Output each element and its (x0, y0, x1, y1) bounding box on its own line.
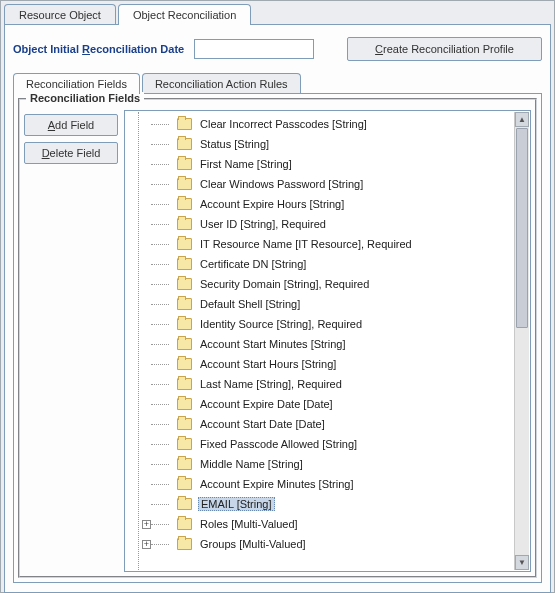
inner-tab-content: Reconciliation Fields Add Field Delete F… (13, 93, 542, 583)
tree-item-label[interactable]: Status [String] (200, 138, 269, 150)
scroll-thumb[interactable] (516, 128, 528, 328)
tree-row[interactable]: +Account Expire Minutes [String] (154, 474, 513, 494)
folder-icon (177, 138, 192, 150)
tree-item-label[interactable]: Account Expire Minutes [String] (200, 478, 353, 490)
tree-item-label[interactable]: IT Resource Name [IT Resource], Required (200, 238, 412, 250)
tree-row[interactable]: +IT Resource Name [IT Resource], Require… (154, 234, 513, 254)
folder-icon (177, 358, 192, 370)
folder-icon (177, 258, 192, 270)
create-reconciliation-profile-button[interactable]: Create Reconciliation Profile (347, 37, 542, 61)
tree-item-label[interactable]: Security Domain [String], Required (200, 278, 369, 290)
tab-object-reconciliation[interactable]: Object Reconciliation (118, 4, 251, 25)
tree-row[interactable]: +Security Domain [String], Required (154, 274, 513, 294)
tree-connector (151, 404, 169, 405)
date-label-post: econciliation Date (90, 43, 184, 55)
tree-item-label[interactable]: Account Start Hours [String] (200, 358, 336, 370)
tree-connector (151, 344, 169, 345)
tree-connector (151, 424, 169, 425)
tree-row[interactable]: +Last Name [String], Required (154, 374, 513, 394)
folder-icon (177, 318, 192, 330)
tree-connector (151, 524, 169, 525)
object-reconciliation-window: Resource Object Object Reconciliation Ob… (0, 0, 555, 593)
tree-row[interactable]: +Account Expire Date [Date] (154, 394, 513, 414)
tree-row[interactable]: +User ID [String], Required (154, 214, 513, 234)
tree-connector (151, 544, 169, 545)
tree-item-label[interactable]: Account Start Minutes [String] (200, 338, 346, 350)
tree-item-label[interactable]: Roles [Multi-Valued] (200, 518, 298, 530)
fields-tree: +Clear Incorrect Passcodes [String]+Stat… (126, 112, 513, 556)
scroll-down-button[interactable]: ▼ (515, 555, 529, 570)
tree-row[interactable]: +Clear Incorrect Passcodes [String] (154, 114, 513, 134)
tree-row[interactable]: +EMAIL [String] (154, 494, 513, 514)
tree-row[interactable]: +Clear Windows Password [String] (154, 174, 513, 194)
tree-item-label[interactable]: First Name [String] (200, 158, 292, 170)
expand-icon[interactable]: + (142, 520, 151, 529)
inner-tab-bar: Reconciliation Fields Reconciliation Act… (13, 73, 542, 94)
button-column: Add Field Delete Field (24, 110, 118, 572)
folder-icon (177, 438, 192, 450)
tree-row[interactable]: +Account Expire Hours [String] (154, 194, 513, 214)
folder-icon (177, 158, 192, 170)
tree-row[interactable]: +Middle Name [String] (154, 454, 513, 474)
tree-item-label[interactable]: Certificate DN [String] (200, 258, 306, 270)
create-btn-text: reate Reconciliation Profile (383, 43, 514, 55)
tree-item-label[interactable]: User ID [String], Required (200, 218, 326, 230)
tree-scroll-viewport[interactable]: +Clear Incorrect Passcodes [String]+Stat… (126, 112, 513, 570)
vertical-scrollbar[interactable]: ▲ ▼ (514, 112, 529, 570)
tab-reconciliation-action-rules[interactable]: Reconciliation Action Rules (142, 73, 301, 94)
add-text: dd Field (55, 119, 94, 131)
folder-icon (177, 398, 192, 410)
tree-item-label[interactable]: Clear Incorrect Passcodes [String] (200, 118, 367, 130)
tree-row[interactable]: +Certificate DN [String] (154, 254, 513, 274)
tree-connector (151, 144, 169, 145)
tree-row[interactable]: +Default Shell [String] (154, 294, 513, 314)
tree-connector (151, 164, 169, 165)
tree-connector (151, 304, 169, 305)
tree-row[interactable]: +Account Start Date [Date] (154, 414, 513, 434)
tree-connector (151, 384, 169, 385)
tree-connector (151, 204, 169, 205)
tree-item-label[interactable]: Account Expire Date [Date] (200, 398, 333, 410)
tree-row[interactable]: +Account Start Hours [String] (154, 354, 513, 374)
tree-item-label[interactable]: Account Expire Hours [String] (200, 198, 344, 210)
tree-item-label[interactable]: Default Shell [String] (200, 298, 300, 310)
tab-reconciliation-fields[interactable]: Reconciliation Fields (13, 73, 140, 94)
delete-field-button[interactable]: Delete Field (24, 142, 118, 164)
folder-icon (177, 178, 192, 190)
add-mnemonic: A (48, 119, 55, 131)
tree-row[interactable]: +Fixed Passcode Allowed [String] (154, 434, 513, 454)
expand-icon[interactable]: + (142, 540, 151, 549)
tab-resource-object[interactable]: Resource Object (4, 4, 116, 25)
tree-item-label[interactable]: Clear Windows Password [String] (200, 178, 363, 190)
tree-connector (151, 444, 169, 445)
outer-tab-bar: Resource Object Object Reconciliation (1, 1, 554, 25)
tree-row[interactable]: +First Name [String] (154, 154, 513, 174)
tree-connector (151, 464, 169, 465)
tree-item-label[interactable]: Groups [Multi-Valued] (200, 538, 306, 550)
tree-row[interactable]: +Status [String] (154, 134, 513, 154)
reconciliation-date-input[interactable] (194, 39, 314, 59)
tree-row[interactable]: +Groups [Multi-Valued] (154, 534, 513, 554)
date-label-mnemonic: R (82, 43, 90, 55)
date-label-pre: Object Initial (13, 43, 82, 55)
folder-icon (177, 538, 192, 550)
add-field-button[interactable]: Add Field (24, 114, 118, 136)
tree-connector (151, 124, 169, 125)
folder-icon (177, 218, 192, 230)
tree-item-label[interactable]: Account Start Date [Date] (200, 418, 325, 430)
tree-item-label[interactable]: Last Name [String], Required (200, 378, 342, 390)
tree-connector (151, 264, 169, 265)
tree-item-label[interactable]: Identity Source [String], Required (200, 318, 362, 330)
tree-row[interactable]: +Account Start Minutes [String] (154, 334, 513, 354)
tree-item-label[interactable]: Fixed Passcode Allowed [String] (200, 438, 357, 450)
delete-mnemonic: D (42, 147, 50, 159)
scroll-up-button[interactable]: ▲ (515, 112, 529, 127)
tree-item-label[interactable]: EMAIL [String] (198, 497, 275, 511)
folder-icon (177, 298, 192, 310)
folder-icon (177, 338, 192, 350)
tree-connector (151, 224, 169, 225)
tree-row[interactable]: +Roles [Multi-Valued] (154, 514, 513, 534)
tree-item-label[interactable]: Middle Name [String] (200, 458, 303, 470)
outer-tab-content: Object Initial Reconciliation Date Creat… (4, 24, 551, 593)
tree-row[interactable]: +Identity Source [String], Required (154, 314, 513, 334)
